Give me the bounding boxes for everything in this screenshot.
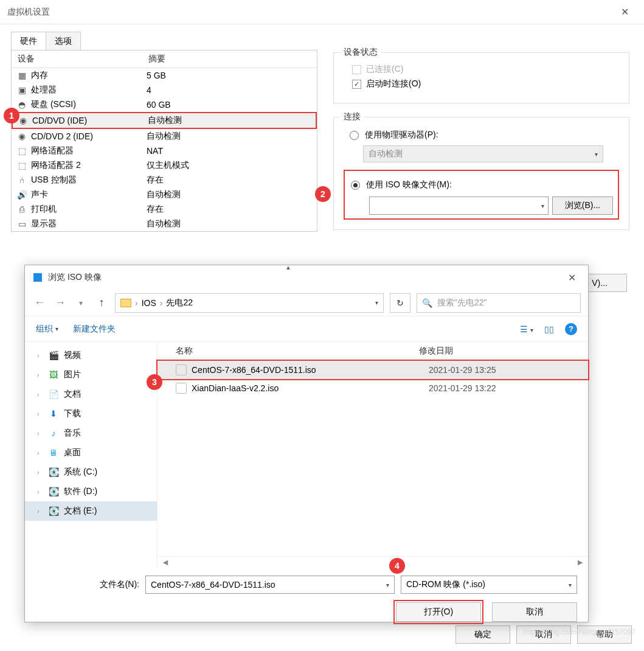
tree-item[interactable]: ›🖥桌面 [25, 443, 157, 462]
breadcrumb-part[interactable]: 先电22 [166, 298, 193, 308]
device-summary: 自动检测 [147, 218, 181, 229]
radio-icon [350, 131, 359, 140]
tab-hardware[interactable]: 硬件 [11, 32, 46, 50]
iso-file-icon [176, 364, 187, 375]
preview-pane-icon[interactable]: ▯▯ [544, 324, 554, 334]
view-menu-icon[interactable]: ☰ ▾ [520, 324, 533, 334]
device-row[interactable]: 🔊声卡自动检测 [12, 187, 317, 202]
expand-icon[interactable]: › [37, 371, 43, 378]
tree-label: 软件 (D:) [64, 486, 97, 497]
device-icon: ⬚ [16, 161, 27, 170]
horizontal-scrollbar[interactable]: ◄ ► [158, 556, 588, 567]
back-icon[interactable]: ← [32, 296, 47, 309]
chevron-right-icon: › [135, 298, 138, 308]
device-summary: 5 GB [147, 71, 166, 80]
sort-indicator-icon: ▲ [285, 264, 291, 271]
checkbox-icon [352, 80, 361, 89]
breadcrumb-part[interactable]: IOS [142, 298, 156, 308]
col-date[interactable]: 修改日期 [419, 346, 453, 357]
device-name: USB 控制器 [31, 175, 147, 186]
device-summary: 自动检测 [147, 189, 181, 200]
refresh-button[interactable]: ↻ [390, 293, 410, 313]
filename-input[interactable]: CentOS-7-x86_64-DVD-1511.iso ▾ [145, 576, 395, 594]
device-row[interactable]: ▭显示器自动检测 [12, 217, 317, 231]
device-icon: ⎙ [16, 205, 27, 214]
close-icon[interactable]: ✕ [612, 6, 637, 18]
device-row[interactable]: ⬚网络适配器NAT [12, 144, 317, 158]
device-row[interactable]: ◉CD/DVD 2 (IDE)自动检测 [12, 129, 317, 144]
device-row[interactable]: ◉CD/DVD (IDE)自动检测 [12, 112, 317, 129]
expand-icon[interactable]: › [37, 391, 43, 398]
device-name: CD/DVD 2 (IDE) [31, 131, 147, 141]
tree-label: 下载 [64, 408, 81, 419]
scroll-right-icon[interactable]: ► [576, 557, 584, 567]
tab-options[interactable]: 选项 [46, 32, 81, 50]
breadcrumb[interactable]: › IOS › 先电22 ▾ [115, 293, 384, 313]
up-icon[interactable]: ↑ [94, 296, 109, 309]
device-name: 声卡 [31, 189, 147, 200]
tree-item[interactable]: ›💽系统 (C:) [25, 462, 157, 482]
window-title: 虚拟机设置 [7, 7, 612, 18]
device-row[interactable]: ⎙打印机存在 [12, 202, 317, 217]
device-summary: 自动检测 [147, 131, 181, 142]
chevron-down-icon[interactable]: ▾ [386, 582, 389, 588]
folder-type-icon: 💽 [48, 467, 59, 477]
forward-icon[interactable]: → [53, 296, 68, 309]
expand-icon[interactable]: › [37, 468, 43, 476]
expand-icon[interactable]: › [37, 352, 43, 359]
device-name: 硬盘 (SCSI) [31, 99, 147, 110]
expand-icon[interactable]: › [37, 430, 43, 437]
chevron-down-icon: ▾ [595, 151, 598, 158]
tree-item[interactable]: ›⬇下载 [25, 404, 157, 423]
scroll-left-icon[interactable]: ◄ [161, 557, 170, 567]
tree-item[interactable]: ›🎬视频 [25, 346, 157, 365]
expand-icon[interactable]: › [37, 507, 43, 515]
expand-icon[interactable]: › [37, 449, 43, 456]
device-row[interactable]: ◓硬盘 (SCSI)60 GB [12, 97, 317, 112]
cancel-button[interactable]: 取消 [492, 602, 577, 622]
filetype-dropdown[interactable]: CD-ROM 映像 (*.iso) ▾ [401, 576, 577, 594]
device-row[interactable]: ⬚网络适配器 2仅主机模式 [12, 158, 317, 173]
tree-item[interactable]: ›📄文档 [25, 385, 157, 404]
annotation-badge-1: 1 [4, 108, 19, 124]
browse-button[interactable]: 浏览(B)... [552, 197, 613, 215]
file-row[interactable]: CentOS-7-x86_64-DVD-1511.iso2021-01-29 1… [158, 361, 588, 379]
organize-menu[interactable]: 组织▾ [36, 324, 58, 335]
tree-item[interactable]: ›♪音乐 [25, 423, 157, 443]
chevron-down-icon[interactable]: ▾ [569, 582, 572, 588]
file-list-header: ▲ 名称 修改日期 [158, 342, 588, 361]
file-row[interactable]: XianDian-IaaS-v2.2.iso2021-01-29 13:22 [158, 379, 588, 397]
tree-item[interactable]: ›💽软件 (D:) [25, 482, 157, 501]
device-row[interactable]: ⑃USB 控制器存在 [12, 173, 317, 187]
device-row[interactable]: ▣处理器4 [12, 83, 317, 97]
physical-drive-radio[interactable]: 使用物理驱动器(P): [350, 130, 619, 141]
file-list-panel: ▲ 名称 修改日期 CentOS-7-x86_64-DVD-1511.iso20… [158, 342, 588, 567]
tree-item[interactable]: ›🖼图片 [25, 365, 157, 385]
iso-radio[interactable]: 使用 ISO 映像文件(M): [351, 179, 613, 190]
chevron-down-icon[interactable]: ▾ [375, 299, 378, 306]
new-folder-button[interactable]: 新建文件夹 [73, 324, 116, 335]
search-placeholder: 搜索"先电22" [437, 298, 487, 308]
annotation-badge-2: 2 [315, 186, 331, 202]
annotation-badge-3: 3 [147, 374, 162, 390]
iso-path-input[interactable]: ▾ [369, 197, 549, 215]
device-summary: 存在 [147, 204, 164, 215]
device-row[interactable]: ▦内存5 GB [12, 68, 317, 83]
close-icon[interactable]: ✕ [563, 272, 581, 284]
tree-label: 音乐 [64, 428, 81, 439]
search-input[interactable]: 🔍 搜索"先电22" [417, 293, 581, 313]
device-icon: ◉ [16, 132, 27, 141]
tree-item[interactable]: ›💽文档 (E:) [25, 501, 157, 521]
connect-on-start-row[interactable]: 启动时连接(O) [352, 78, 619, 89]
device-name: 打印机 [31, 204, 147, 215]
tree-label: 系统 (C:) [64, 467, 97, 478]
device-name: CD/DVD (IDE) [32, 116, 148, 125]
expand-icon[interactable]: › [37, 410, 43, 417]
help-icon[interactable]: ? [565, 323, 577, 335]
col-name[interactable]: 名称 [176, 346, 193, 357]
history-dropdown-icon[interactable]: ▾ [74, 299, 88, 307]
open-button[interactable]: 打开(O) [396, 602, 481, 622]
device-summary: 仅主机模式 [147, 160, 189, 171]
expand-icon[interactable]: › [37, 488, 43, 495]
tree-label: 视频 [64, 350, 81, 361]
